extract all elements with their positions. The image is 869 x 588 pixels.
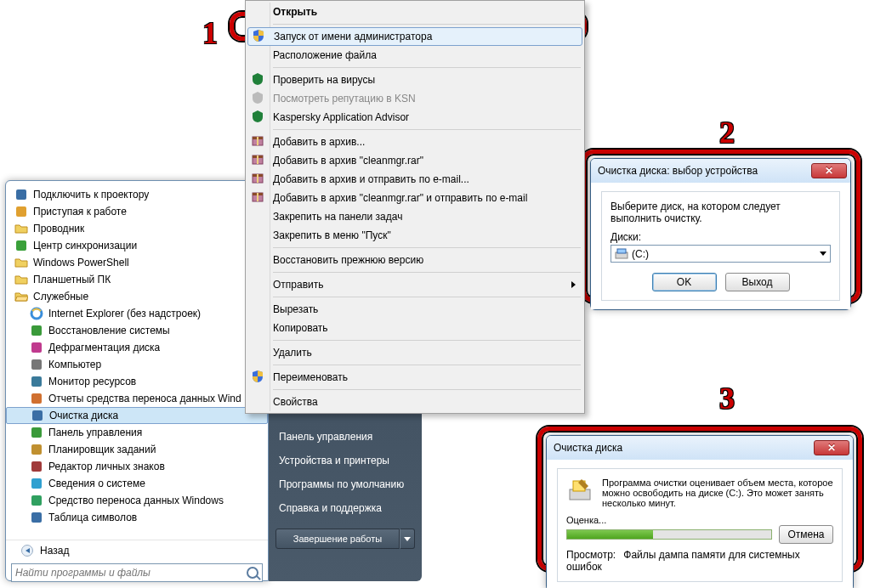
- context-menu-item[interactable]: Запуск от имени администратора: [247, 27, 582, 46]
- start-menu-item[interactable]: Средство переноса данных Windows: [6, 492, 268, 509]
- start-menu-item[interactable]: Редактор личных знаков: [6, 458, 268, 475]
- blank-icon: [251, 209, 266, 224]
- context-menu-item[interactable]: Проверить на вирусы: [247, 71, 582, 89]
- context-menu-item[interactable]: Копировать: [247, 319, 582, 337]
- start-menu-item-label: Планшетный ПК: [33, 274, 111, 286]
- projector-icon: [14, 188, 28, 201]
- start-menu-item-label: Центр синхронизации: [33, 240, 137, 252]
- right-panel-item[interactable]: Панель управления: [269, 425, 422, 449]
- context-menu-item-label: Kaspersky Application Advisor: [273, 111, 576, 123]
- start-menu-item[interactable]: Планшетный ПК: [6, 271, 268, 288]
- context-menu-item[interactable]: Добавить в архив "cleanmgr.rar": [247, 151, 582, 170]
- svg-rect-14: [31, 495, 42, 506]
- cleanup-icon: [566, 478, 594, 508]
- right-panel-item[interactable]: Устройства и принтеры: [269, 449, 422, 472]
- drives-label: Диски:: [611, 231, 831, 243]
- start-menu-item[interactable]: Windows PowerShell: [6, 254, 268, 271]
- start-menu-search[interactable]: [11, 563, 263, 582]
- start-menu-back[interactable]: Назад: [6, 540, 268, 560]
- blank-icon: [251, 302, 266, 317]
- context-menu-item[interactable]: Закрепить в меню "Пуск": [247, 226, 582, 245]
- context-menu-item[interactable]: Удалить: [247, 343, 582, 362]
- start-menu-item[interactable]: Служебные: [6, 288, 268, 305]
- context-menu-item-label: Запуск от имени администратора: [274, 31, 575, 42]
- context-menu-item[interactable]: Расположение файла: [247, 46, 582, 65]
- start-menu-item[interactable]: Отчеты средства переноса данных Wind: [6, 390, 268, 407]
- right-panel-item[interactable]: Программы по умолчанию: [269, 472, 422, 496]
- folder-open-icon: [14, 290, 28, 303]
- report-icon: [30, 392, 43, 405]
- context-menu-item[interactable]: Вырезать: [247, 300, 582, 319]
- svg-rect-18: [257, 137, 258, 145]
- start-menu-item[interactable]: Таблица символов: [6, 509, 268, 526]
- start-menu-item-label: Редактор личных знаков: [48, 461, 165, 472]
- context-menu-separator: [273, 129, 581, 130]
- close-button[interactable]: ✕: [811, 163, 847, 178]
- start-menu-item[interactable]: Монитор ресурсов: [6, 373, 268, 390]
- start-menu-item[interactable]: Проводник: [6, 220, 268, 237]
- context-menu-item-label: Проверить на вирусы: [273, 74, 576, 86]
- start-menu-item-label: Восстановление системы: [48, 325, 170, 336]
- context-menu-item[interactable]: Kaspersky Application Advisor: [247, 108, 582, 127]
- start-menu-item[interactable]: Сведения о системе: [6, 475, 268, 492]
- context-menu-item-label: Добавить в архив "cleanmgr.rar" и отправ…: [273, 192, 576, 204]
- search-input[interactable]: [15, 567, 247, 579]
- context-menu-item[interactable]: Свойства: [247, 393, 582, 411]
- svg-rect-1: [16, 206, 26, 217]
- start-menu-item[interactable]: Панель управления: [6, 424, 268, 441]
- rar-icon: [251, 190, 266, 206]
- start-menu-item-label: Отчеты средства переноса данных Wind: [48, 393, 241, 404]
- search-icon: [247, 567, 258, 579]
- context-menu-item-label: Свойства: [273, 396, 576, 408]
- dialog-titlebar[interactable]: Очистка диска ✕: [547, 436, 853, 460]
- start-menu-item[interactable]: Приступая к работе: [6, 203, 268, 220]
- ok-button[interactable]: OK: [652, 273, 717, 291]
- start-menu-item-label: Internet Explorer (без надстроек): [48, 308, 201, 319]
- right-panel-item[interactable]: Справка и поддержка: [269, 496, 422, 520]
- drive-select-dialog: Очистка диска: выбор устройства ✕ Выбери…: [590, 158, 851, 310]
- cancel-button[interactable]: Отмена: [779, 525, 833, 544]
- dialog-title: Очистка диска: [554, 442, 814, 454]
- svg-rect-5: [31, 342, 42, 353]
- start-menu-item-label: Монитор ресурсов: [48, 376, 136, 387]
- context-menu-item[interactable]: Отправить: [247, 275, 582, 294]
- context-menu-separator: [273, 340, 581, 341]
- context-menu-item[interactable]: Закрепить на панели задач: [247, 207, 582, 226]
- drive-combobox[interactable]: (C:): [611, 245, 831, 263]
- kasp-g-icon: [251, 91, 266, 106]
- blank-icon: [251, 345, 266, 360]
- back-arrow-icon: [21, 545, 33, 557]
- context-menu-item[interactable]: Добавить в архив и отправить по e-mail..…: [247, 170, 582, 189]
- progress-text: Программа очистки оценивает объем места,…: [602, 478, 833, 508]
- start-menu-item[interactable]: Восстановление системы: [6, 322, 268, 339]
- close-button[interactable]: ✕: [814, 440, 849, 455]
- start-menu-item[interactable]: Планировщик заданий: [6, 441, 268, 458]
- shutdown-button[interactable]: Завершение работы: [275, 529, 415, 549]
- shutdown-arrow-icon[interactable]: [400, 529, 415, 549]
- context-menu-item[interactable]: Открыть: [247, 3, 582, 21]
- context-menu-item-label: Закрепить в меню "Пуск": [273, 229, 576, 241]
- info-icon: [30, 477, 43, 490]
- svg-rect-9: [32, 410, 43, 421]
- blank-icon: [251, 48, 266, 63]
- context-menu-item-label: Открыть: [273, 6, 576, 18]
- dialog-titlebar[interactable]: Очистка диска: выбор устройства ✕: [591, 159, 850, 183]
- exit-button[interactable]: Выход: [725, 273, 790, 291]
- context-menu-item[interactable]: Добавить в архив...: [247, 133, 582, 151]
- start-menu-item[interactable]: Очистка диска: [6, 407, 268, 424]
- start-menu-item[interactable]: Центр синхронизации: [6, 237, 268, 254]
- context-menu-item[interactable]: Переименовать: [247, 368, 582, 387]
- svg-rect-10: [31, 427, 42, 438]
- start-menu-item[interactable]: Компьютер: [6, 356, 268, 373]
- svg-rect-21: [257, 155, 258, 164]
- start-menu-item-label: Очистка диска: [49, 410, 118, 421]
- start-menu-item[interactable]: Подключить к проектору: [6, 186, 268, 203]
- context-menu-item[interactable]: Добавить в архив "cleanmgr.rar" и отправ…: [247, 189, 582, 207]
- svg-rect-7: [31, 376, 42, 387]
- submenu-arrow-icon: [571, 281, 576, 288]
- start-menu-item[interactable]: Дефрагментация диска: [6, 339, 268, 356]
- cleanup-icon: [31, 409, 44, 422]
- start-menu-item[interactable]: Internet Explorer (без надстроек): [6, 305, 268, 322]
- context-menu-item[interactable]: Восстановить прежнюю версию: [247, 251, 582, 269]
- start-menu-item-label: Панель управления: [48, 427, 142, 438]
